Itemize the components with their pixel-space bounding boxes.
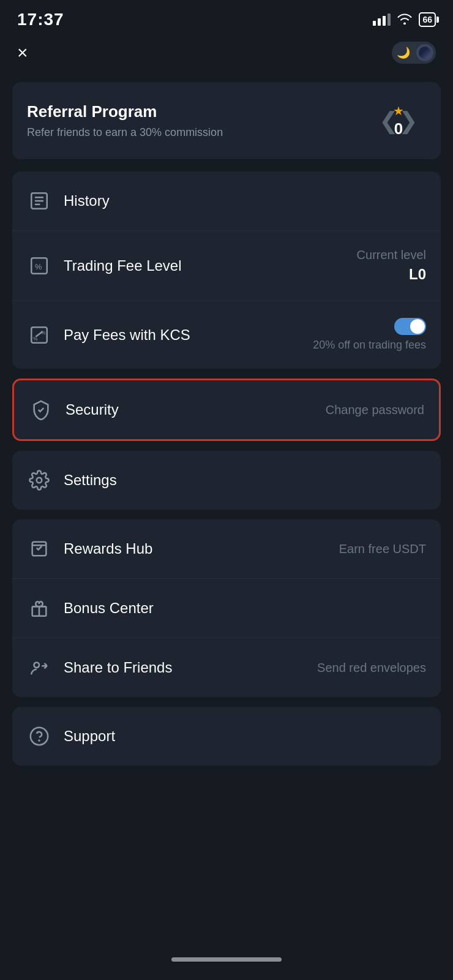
home-bar <box>171 957 282 962</box>
current-level-label: Current level <box>357 248 426 262</box>
wifi-icon <box>397 12 413 28</box>
security-left: Security <box>29 398 119 422</box>
trading-fee-icon: % <box>27 254 51 278</box>
svg-text:%: % <box>33 335 38 341</box>
rewards-hub-item[interactable]: Rewards Hub Earn free USDT <box>12 519 441 579</box>
history-item-left: History <box>27 189 110 213</box>
pay-fees-icon: % % <box>27 323 51 347</box>
home-indicator <box>0 945 453 971</box>
support-left: Support <box>27 724 115 748</box>
rewards-hub-right: Earn free USDT <box>339 542 426 556</box>
toggle-knob-inner <box>419 47 431 59</box>
rewards-hub-label: Rewards Hub <box>64 540 152 557</box>
menu-group-2: Rewards Hub Earn free USDT Bonus Center <box>12 519 441 697</box>
security-label: Security <box>66 401 119 418</box>
bonus-center-left: Bonus Center <box>27 596 154 620</box>
dark-mode-toggle[interactable]: 🌙 <box>392 42 436 64</box>
pay-fees-label: Pay Fees with KCS <box>64 326 190 344</box>
badge-center: ★ 0 <box>393 104 404 138</box>
share-friends-right: Send red envelopes <box>317 661 426 675</box>
security-icon <box>29 398 53 422</box>
settings-left: Settings <box>27 468 117 492</box>
star-icon: ★ <box>393 104 404 118</box>
referral-subtitle: Refer friends to earn a 30% commission <box>27 126 223 139</box>
svg-text:%: % <box>41 329 46 335</box>
pay-fees-toggle-knob <box>410 319 425 334</box>
history-item[interactable]: History <box>12 172 441 231</box>
bonus-center-item[interactable]: Bonus Center <box>12 579 441 638</box>
svg-point-14 <box>34 663 40 668</box>
settings-label: Settings <box>64 472 117 489</box>
pay-fees-item[interactable]: % % Pay Fees with KCS 20% off on trading… <box>12 301 441 369</box>
referral-title: Referral Program <box>27 102 223 121</box>
referral-badge: ❮ ★ 0 ❯ <box>371 99 426 142</box>
status-time: 17:37 <box>17 10 64 29</box>
trading-fee-left: % Trading Fee Level <box>27 254 182 278</box>
support-label: Support <box>64 728 115 745</box>
svg-point-10 <box>37 478 42 483</box>
history-label: History <box>64 192 110 209</box>
settings-item[interactable]: Settings <box>12 451 441 510</box>
share-friends-icon <box>27 655 51 680</box>
bonus-center-icon <box>27 596 51 620</box>
pay-fees-toggle[interactable] <box>394 318 426 335</box>
laurel-wreath: ❮ ★ 0 ❯ <box>371 99 426 142</box>
rewards-hub-icon <box>27 537 51 561</box>
pay-fees-left: % % Pay Fees with KCS <box>27 323 190 347</box>
share-friends-label: Share to Friends <box>64 659 172 676</box>
trading-fee-label: Trading Fee Level <box>64 257 182 274</box>
referral-card[interactable]: Referral Program Refer friends to earn a… <box>12 82 441 159</box>
battery-icon: 66 <box>419 12 436 27</box>
support-icon <box>27 724 51 748</box>
status-bar: 17:37 66 <box>0 0 453 37</box>
close-button[interactable]: × <box>17 42 28 63</box>
security-item[interactable]: Security Change password <box>14 380 439 439</box>
trading-fee-item[interactable]: % Trading Fee Level Current level L0 <box>12 231 441 301</box>
referral-text: Referral Program Refer friends to earn a… <box>27 102 223 139</box>
toggle-knob <box>416 44 433 61</box>
security-group: Security Change password <box>12 379 441 441</box>
badge-count: 0 <box>394 119 403 138</box>
support-group: Support <box>12 707 441 766</box>
settings-group: Settings <box>12 451 441 510</box>
rewards-hub-left: Rewards Hub <box>27 537 152 561</box>
share-friends-left: Share to Friends <box>27 655 172 680</box>
trading-fee-right: Current level L0 <box>357 248 426 283</box>
pay-fees-subtext: 20% off on trading fees <box>313 339 426 352</box>
bonus-center-label: Bonus Center <box>64 600 154 617</box>
status-icons: 66 <box>373 12 436 28</box>
settings-icon <box>27 468 51 492</box>
svg-text:%: % <box>35 262 42 271</box>
share-friends-item[interactable]: Share to Friends Send red envelopes <box>12 638 441 697</box>
support-item[interactable]: Support <box>12 707 441 766</box>
moon-icon: 🌙 <box>397 46 410 59</box>
pay-fees-right: 20% off on trading fees <box>313 318 426 352</box>
svg-point-18 <box>31 728 48 745</box>
signal-icon <box>373 13 391 26</box>
security-right: Change password <box>326 403 424 417</box>
top-nav: × 🌙 <box>0 37 453 76</box>
menu-group-1: History % Trading Fee Level Current leve… <box>12 172 441 369</box>
level-value: L0 <box>409 266 426 283</box>
history-icon <box>27 189 51 213</box>
